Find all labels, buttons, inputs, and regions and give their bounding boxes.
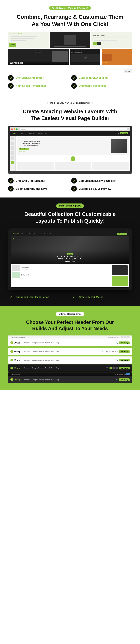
feature-label-edit: Edit Element Easily & Quickly [79,179,116,182]
header-sample-3: ⚡ EVway Company Charging Solutions News … [8,356,132,364]
publish-badge: Start Publishing Now [56,204,84,208]
section-builder: Do It The Easy Way, No Coding Required! … [0,95,140,198]
check-icon-drag [8,178,14,184]
tablet-screen: EVway Company Charging Solutions News & … [11,232,129,287]
publish-features-grid: Enhanced User Experience Create, Mix & M… [8,294,132,300]
header-5-topbar: 📍 123 EV Street 📞 +1 (555) 000-0000 EN [8,372,132,376]
laptop-body: Find Your Smart & SimpleSolution With Be… [10,136,130,171]
sidebar-icon-5 [11,156,14,160]
header-4-cta[interactable]: Find A Way [119,367,129,370]
demo-card-1: We Are Pioneering Reliable Find Out [8,32,49,48]
check-icon-mix [71,294,77,300]
plugin-badge: squig [124,69,132,73]
header-1-logo: EVway [14,342,20,344]
feature-one-click-demo: One Click Demo Import [8,75,69,81]
check-icon-select [8,186,14,192]
feature-label-4: Unlimited Possibilities [79,84,107,87]
header-2-logo: EVway [14,350,20,353]
header-3-nav: Company Charging Solutions News & Media … [24,360,59,361]
header-sample-3-wrapper: ⚡ EVway Company Charging Solutions News … [8,356,132,364]
header-1-nav: Company Charging Solutions News & Media … [24,342,59,344]
header-4-social [109,367,118,369]
feature-drag-drop: Drag and Drop Element [8,178,69,184]
feature-high-speed: High Speed Performance [8,83,69,89]
laptop-app-header: EVway PRODUCTS ABOUT US CHARGING NEWS 🔍 … [10,131,130,136]
tablet-side-card-2 [112,276,128,286]
tablet-shadow [12,290,128,292]
header-4-right: 🔍 Find A Way [106,367,129,370]
laptop-content: Find Your Smart & SimpleSolution With Be… [16,136,130,171]
flag-icon: EN [126,373,129,375]
header-2-nav: Company Charging Solutions News & Media … [24,351,60,352]
laptop-sidebar [10,136,16,171]
tablet-article-2: Second article titleShort description [12,272,111,278]
publish-title: Beautiful Collection Of CustomizableLayo… [8,211,132,224]
laptop-screen: evway.com EVway PRODUCTS ABOUT US CHARGI… [10,127,130,171]
laptop-nav: PRODUCTS ABOUT US CHARGING NEWS [21,133,48,134]
feature-label-ux: Enhanced User Experience [16,296,49,298]
demo-card-2 [50,32,90,48]
header-sample-5-wrapper: 📍 123 EV Street 📞 +1 (555) 000-0000 EN ⚡… [8,372,132,383]
header-sample-1: ⚡ EVway Company Charging Solutions News … [8,339,132,346]
browser-bar: evway.com [10,127,130,131]
check-icon-ux [8,294,14,300]
feature-build-seo: Build With SEO In Mind [71,75,132,81]
tablet-article-img-2 [12,272,20,278]
sidebar-icon-active [11,161,14,164]
feature-enhanced-ux: Enhanced User Experience [8,294,69,300]
feature-label-drag: Drag and Drop Element [16,179,44,182]
sidebar-icon-2 [11,142,14,145]
laptop-card-2 [55,162,91,170]
feature-select-save: Select Settings, and Save [8,186,69,192]
check-icon-1 [8,75,14,81]
header-1-topbar: 📍 123 Main Street, EV City 📞 +1 (555) 00… [8,336,132,339]
social-icon-1 [121,336,124,338]
builder-badge: Do It The Easy Way, No Coding Required! [47,101,93,105]
tablet-main: Car Interior ELECTRIC Find Out The Best … [11,236,129,287]
feature-label-mix: Create, Mix & Match [79,296,104,298]
tablet-mockup: EVway Company Charging Solutions News & … [8,228,132,290]
feature-customize: Customize & Live Preview [71,186,132,192]
builder-features-grid: Drag and Drop Element Edit Element Easil… [8,178,132,192]
feature-edit-element: Edit Element Easily & Quickly [71,178,132,184]
feature-label-select: Select Settings, and Save [16,187,47,190]
tablet-cta-btn[interactable]: Find A Way [117,233,126,235]
check-icon-4 [71,83,77,89]
laptop-hero-text: Find Your Smart & SimpleSolution With Be… [19,141,43,146]
headers-badge: Unlimited Header Styles [56,312,84,316]
header-sample-2: ⚡ EVway Company Charging Solutions News … [8,348,132,355]
laptop-cta-btn[interactable]: Find A Way [120,132,128,134]
header-2-right: 🔍 +1 (555) 000-0000 Find A Way [102,350,129,353]
laptop-hero-image [111,139,127,153]
social-dot-2 [112,367,115,369]
ui-blocks-title: Combine, Rearrange & Customize ThemAs Yo… [8,14,132,28]
tablet-hero-badge: ELECTRIC [67,253,74,255]
feature-label-customize: Customize & Live Preview [79,187,111,190]
check-icon-edit [71,178,77,184]
header-3-right: 🔍 Find A Way [116,359,129,362]
header-5-nav: Company Charging Solutions News & Media … [24,379,59,380]
header-2-cta[interactable]: Find A Way [119,350,129,353]
laptop-logo: EVway [12,132,17,134]
header-1-cta[interactable]: Find A Way [119,342,129,344]
section-publish: Start Publishing Now Beautiful Collectio… [0,198,140,306]
laptop-cards [17,162,129,170]
tablet-body: Car Interior ELECTRIC Find Out The Best … [11,236,129,287]
header-1-right: 🔍 Find A Way [116,342,129,344]
feature-label-1: One Click Demo Import [16,76,44,79]
features-grid: One Click Demo Import Build With SEO In … [8,75,132,89]
laptop-hero-btn[interactable]: Search Now → [19,148,29,150]
tablet-article-text-1: Article title hereShort description text [21,267,30,270]
header-3-cta[interactable]: Find A Way [119,359,129,362]
tablet-content-row: Article title hereShort description text… [11,264,129,287]
demo-grid-row1: We Are Pioneering Reliable Find Out Help… [8,32,132,48]
tablet-article-img-1 [12,266,20,272]
header-4-logo: EVway [14,367,20,369]
header-5-cta[interactable]: Find A Way [119,378,129,381]
headers-title: Choose Your Perfect Header From OurBuild… [8,319,132,332]
demo-card-workplaces: Smart & Simple For Adoption Of Workplace… [8,49,69,65]
ui-blocks-badge: 90+ UI Blocks, Widgets & Options! [49,6,91,10]
headers-showcase: 📍 123 Main Street, EV City 📞 +1 (555) 00… [8,336,132,384]
header-5-logo: EVway [14,378,20,381]
tablet-hero-overlay: ELECTRIC Find Out The Best Electric Cars… [11,250,129,264]
